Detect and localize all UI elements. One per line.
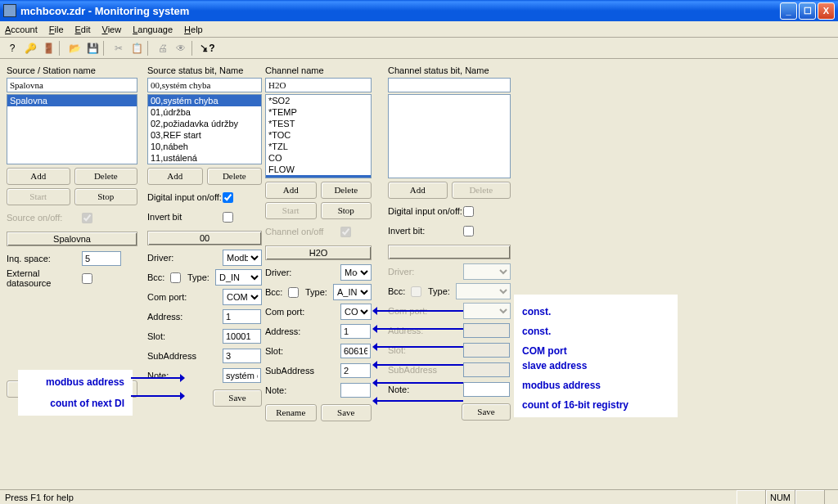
status-driver-select[interactable]: ModbusA0 [223,250,262,266]
list-item[interactable]: Spalovna [7,95,137,106]
chstatus-bcc-checkbox[interactable] [411,286,421,297]
source-stop-button[interactable]: Stop [74,188,138,205]
close-button[interactable]: X [818,2,835,20]
save-icon[interactable]: 💾 [83,39,101,57]
channel-start-button[interactable]: Start [265,202,317,219]
channel-header: Channel name [265,65,372,75]
print-icon[interactable]: 🖨 [154,39,172,57]
door-icon[interactable]: 🚪 [39,39,57,57]
menu-help[interactable]: Help [184,25,203,34]
status-bcc-checkbox[interactable] [170,272,181,283]
status-inv-label: Invert bit [147,212,223,222]
channel-type-select[interactable]: A_IN [333,284,372,300]
channel-com-select[interactable]: COM3 [340,304,372,320]
list-item[interactable]: 10,nábeh [148,141,261,152]
channel-addr-input[interactable] [340,324,371,339]
menu-language[interactable]: Language [133,25,173,34]
list-item[interactable]: H2O [266,175,371,178]
source-input[interactable] [7,78,137,92]
menu-account[interactable]: Account [5,25,38,34]
chstatus-listbox[interactable] [388,94,511,178]
cut-icon[interactable]: ✂ [110,39,128,57]
chstatus-note-input[interactable] [463,382,510,397]
menu-edit[interactable]: Edit [75,25,91,34]
maximize-button[interactable]: ☐ [799,2,816,20]
list-item[interactable]: *TEMP [266,106,371,118]
channel-slot-input[interactable] [340,344,371,358]
list-item[interactable]: *TOC [266,129,371,141]
channel-rename-button[interactable]: Rename [265,404,317,421]
list-item[interactable]: 03,REF start [148,129,261,141]
status-listbox[interactable]: 00,systém chyba 01,údržba 02,požiadavka … [147,94,262,164]
channel-save-button[interactable]: Save [321,404,372,421]
ext-checkbox[interactable] [82,273,92,284]
toolbar: ? 🔑 🚪 📂 💾 ✂ 📋 🖨 👁 ⭸? [0,38,838,59]
inq-input[interactable] [82,251,121,266]
status-save-button[interactable]: Save [213,389,262,407]
chstatus-save-button[interactable]: Save [462,403,511,421]
source-add-button[interactable]: Add [7,168,70,185]
arrow-icon [131,395,184,397]
channel-listbox[interactable]: *SO2 *TEMP *TEST *TOC *TZL CO FLOW H2O H… [265,94,372,178]
source-delete-button[interactable]: Delete [74,168,138,185]
status-note-input[interactable] [223,368,261,383]
list-item[interactable]: *TEST [266,118,371,129]
chstatus-addr-input[interactable] [463,323,510,338]
copy-icon[interactable]: 📋 [128,39,146,57]
list-item[interactable]: *SO2 [266,95,371,106]
help-icon[interactable]: ? [3,39,21,57]
preview-icon[interactable]: 👁 [172,39,190,57]
channel-stop-button[interactable]: Stop [321,202,372,219]
list-item[interactable]: 00,systém chyba [148,95,261,106]
list-item[interactable]: 02,požiadavka údržby [148,118,261,129]
status-slot-label: Slot: [147,331,223,341]
status-dig-label: Digital input on/off: [147,192,223,202]
annot-count16: count of 16-bit registry [522,399,669,411]
key-icon[interactable]: 🔑 [21,39,39,57]
minimize-button[interactable]: _ [780,2,797,20]
chstatus-driver-select[interactable] [463,263,511,280]
list-item[interactable]: FLOW [266,164,371,175]
channel-add-button[interactable]: Add [265,182,317,199]
status-slot-input[interactable] [223,329,261,344]
status-addr-input[interactable] [223,309,261,324]
status-com-select[interactable]: COM3 [223,289,262,305]
status-namebar: 00 [147,231,262,245]
list-item[interactable]: 11,ustálená [148,152,261,164]
list-item[interactable]: 12,odstavovanie [148,164,261,164]
chstatus-sub-input[interactable] [463,362,510,377]
status-delete-button[interactable]: Delete [207,168,263,185]
menu-view[interactable]: View [101,25,121,34]
chstatus-input[interactable] [388,78,511,92]
list-item[interactable]: *TZL [266,141,371,152]
channel-delete-button[interactable]: Delete [321,182,372,199]
chstatus-type-select[interactable] [456,283,511,299]
channel-input[interactable] [265,78,372,92]
list-item[interactable]: CO [266,152,371,164]
status-input[interactable] [147,78,262,92]
status-dig-checkbox[interactable] [223,192,233,203]
status-type-select[interactable]: D_IN [215,269,262,286]
source-onoff-checkbox[interactable] [82,213,92,223]
channel-onoff-checkbox[interactable] [340,227,351,237]
list-item[interactable]: 01,údržba [148,106,261,118]
channel-sub-input[interactable] [340,363,371,378]
channel-driver-select[interactable]: ModbusA0 [340,264,372,281]
menu-file[interactable]: File [49,25,64,34]
chstatus-dig-checkbox[interactable] [463,206,474,217]
chstatus-com-select[interactable] [463,303,511,319]
annot-const2: const. [522,326,669,337]
chstatus-add-button[interactable]: Add [388,182,448,199]
channel-note-input[interactable] [340,383,371,398]
chstatus-delete-button[interactable]: Delete [452,182,511,199]
chstatus-slot-input[interactable] [463,343,510,358]
status-add-button[interactable]: Add [147,168,203,185]
open-icon[interactable]: 📂 [65,39,83,57]
status-sub-input[interactable] [223,349,261,363]
source-listbox[interactable]: Spalovna [7,94,137,164]
status-inv-checkbox[interactable] [223,212,233,223]
channel-bcc-checkbox[interactable] [288,287,299,298]
chstatus-inv-checkbox[interactable] [463,226,474,236]
context-help-icon[interactable]: ⭸? [198,39,216,57]
source-start-button[interactable]: Start [7,188,70,205]
